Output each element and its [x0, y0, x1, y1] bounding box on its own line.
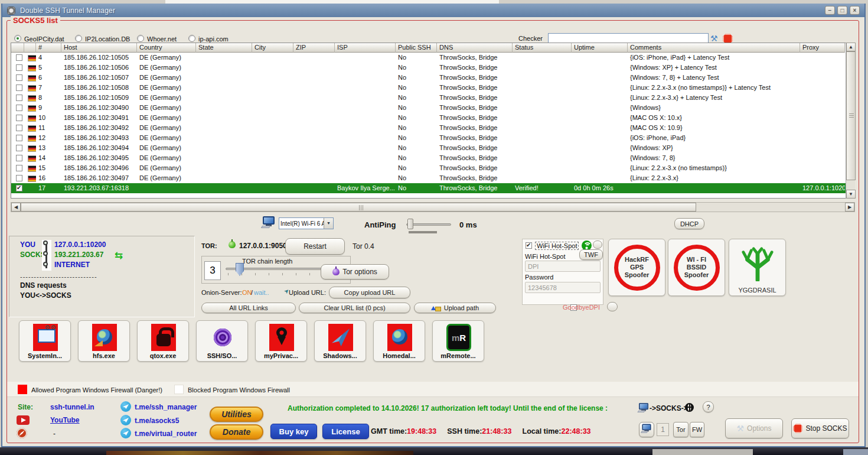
radio-whoer[interactable]	[137, 35, 144, 42]
table-row[interactable]: 12 185.186.26.102:30493 DE (Germany) No …	[11, 133, 854, 143]
radio-geoipcity[interactable]	[14, 35, 21, 42]
app-sshso[interactable]: SSH/SO...	[196, 320, 248, 362]
col-uptime[interactable]: Uptime	[572, 43, 628, 53]
table-row[interactable]: 9 185.186.26.102:30490 DE (Germany) No T…	[11, 103, 854, 113]
row-checkbox[interactable]	[16, 115, 22, 121]
antiping-slider-thumb[interactable]	[407, 219, 413, 229]
help-button[interactable]: ?	[703, 401, 714, 412]
wifi-ssid-input[interactable]	[525, 261, 601, 272]
col-host[interactable]: Host	[61, 43, 137, 53]
copy-upload-url-button[interactable]: Copy upload URL	[329, 287, 410, 298]
scroll-up-arrow[interactable]: ▲	[846, 43, 856, 51]
app-qtox[interactable]: qtox.exe	[137, 320, 189, 362]
wifi-hotspot-checkbox-label[interactable]: WiFi Hot-Spot	[535, 242, 579, 250]
telegram-icon[interactable]	[120, 401, 131, 412]
col-country[interactable]: Country	[137, 43, 196, 53]
table-row[interactable]: 6 185.186.26.102:10507 DE (Germany) No T…	[11, 73, 854, 83]
telegram-icon[interactable]	[120, 428, 131, 438]
dhcp-button[interactable]: DHCP	[674, 218, 704, 229]
app-systeminfo[interactable]: SystemIn...	[19, 320, 71, 362]
goodbyedpi-blank-button[interactable]	[607, 302, 618, 311]
col-zip[interactable]: ZIP	[293, 43, 335, 53]
table-row[interactable]: 4 185.186.26.102:10505 DE (Germany) No T…	[11, 53, 854, 63]
adapter-select[interactable]: Intel(R) Wi-Fi 6 A ▼	[279, 217, 334, 229]
license-button[interactable]: License	[322, 424, 369, 439]
vertical-scroll-thumb[interactable]	[846, 51, 856, 180]
scroll-left-arrow[interactable]: ◀	[11, 203, 21, 212]
wifi-blank-button[interactable]	[593, 240, 602, 249]
row-checkbox[interactable]	[16, 145, 22, 151]
close-button[interactable]: ×	[850, 6, 860, 15]
horizontal-scroll-thumb[interactable]	[21, 203, 696, 212]
tor-options-button[interactable]: Tor options	[321, 264, 389, 280]
radio-ip2location[interactable]	[75, 35, 82, 42]
tor-chain-input[interactable]	[204, 261, 221, 280]
wifi-password-input[interactable]	[525, 282, 601, 293]
app-mremote[interactable]: mR mRemote...	[432, 320, 484, 362]
row-checkbox[interactable]	[16, 54, 22, 61]
scroll-down-arrow[interactable]: ▼	[846, 190, 856, 199]
row-checkbox[interactable]	[16, 95, 22, 101]
table-row[interactable]: 16 185.186.26.102:30497 DE (Germany) No …	[11, 173, 854, 183]
row-checkbox[interactable]	[16, 175, 22, 181]
app-shadows[interactable]: Shadows...	[314, 320, 366, 362]
table-row[interactable]: 10 185.186.26.102:30491 DE (Germany) No …	[11, 113, 854, 123]
col-public-ssh[interactable]: Public SSH	[396, 43, 437, 53]
wifi-bssid-spoofer-button[interactable]: WI - FIBSSIDSpoofer	[668, 239, 725, 296]
col-dns[interactable]: DNS	[437, 43, 513, 53]
network-button[interactable]	[639, 422, 654, 437]
table-row[interactable]: 13 185.186.26.102:30494 DE (Germany) No …	[11, 143, 854, 153]
site-link[interactable]: ssh-tunnel.in	[50, 403, 94, 411]
yggdrasil-button[interactable]: YGGDRASIL	[729, 239, 786, 296]
table-row[interactable]: 7 185.186.26.102:10508 DE (Germany) No T…	[11, 83, 854, 93]
table-row[interactable]: 15 185.186.26.102:30496 DE (Germany) No …	[11, 163, 854, 173]
youtube-link[interactable]: YouTube	[50, 416, 80, 424]
table-row[interactable]: 8 185.186.26.102:10509 DE (Germany) No T…	[11, 93, 854, 103]
upload-path-button[interactable]: Upload path	[414, 303, 496, 313]
scroll-right-arrow[interactable]: ▶	[845, 203, 854, 212]
chevron-down-icon[interactable]: ▼	[324, 218, 333, 229]
table-row[interactable]: 5 185.186.26.102:10506 DE (Germany) No T…	[11, 63, 854, 73]
tor-toggle-button[interactable]: Tor	[673, 422, 688, 437]
app-hfs[interactable]: hfs.exe	[78, 320, 130, 362]
minimize-button[interactable]: −	[825, 6, 835, 15]
row-checkbox[interactable]	[16, 74, 22, 81]
telegram-link-2[interactable]: t.me/asocks5	[135, 417, 179, 425]
table-row[interactable]: 14 185.186.26.102:30495 DE (Germany) No …	[11, 153, 854, 163]
app-homedal[interactable]: Homedal...	[373, 320, 425, 362]
donate-button[interactable]: Donate	[210, 424, 263, 440]
wifi-hotspot-checkbox[interactable]	[526, 242, 532, 249]
table-row[interactable]: 17 193.221.203.67:16318 Baykov Ilya Serg…	[11, 183, 854, 193]
col-isp[interactable]: ISP	[335, 43, 396, 53]
telegram-link-1[interactable]: t.me/ssh_manager	[135, 403, 197, 411]
horizontal-scrollbar[interactable]: ◀ ▶	[11, 202, 855, 212]
col-proxy[interactable]: Proxy	[800, 43, 845, 53]
row-checkbox[interactable]	[16, 155, 22, 161]
stop-socks-button[interactable]: Stop SOCKS	[791, 418, 849, 438]
app-myprivac[interactable]: myPrivac...	[255, 320, 307, 362]
youtube-icon[interactable]	[17, 415, 30, 425]
vertical-scrollbar[interactable]: ▲ ▼	[846, 43, 855, 199]
row-checkbox[interactable]	[16, 185, 22, 191]
row-checkbox[interactable]	[16, 165, 22, 171]
col-state[interactable]: State	[196, 43, 252, 53]
col-comments[interactable]: Comments	[628, 43, 800, 53]
fw-toggle-button[interactable]: FW	[690, 422, 704, 437]
telegram-link-3[interactable]: t.me/virtual_router	[135, 430, 197, 438]
titlebar[interactable]: Double SSH Tunnel Manager − □ ×	[2, 4, 864, 17]
row-checkbox[interactable]	[16, 125, 22, 131]
hackrf-gps-spoofer-button[interactable]: HackRFGPSSpoofer	[608, 239, 665, 296]
all-url-links-button[interactable]: All URL Links	[201, 303, 296, 313]
options-button[interactable]: ⚒ Options	[725, 418, 783, 438]
tor-restart-button[interactable]: Restart	[285, 238, 345, 255]
row-checkbox[interactable]	[16, 105, 22, 111]
compass-icon[interactable]	[17, 428, 27, 438]
col-num[interactable]: #	[36, 43, 61, 53]
checker-tools-icon[interactable]: ⚒	[710, 34, 718, 43]
row-checkbox[interactable]	[16, 64, 22, 71]
telegram-icon[interactable]	[120, 415, 131, 425]
row-checkbox[interactable]	[16, 84, 22, 91]
buy-key-button[interactable]: Buy key	[270, 424, 317, 439]
col-city[interactable]: City	[252, 43, 293, 53]
clear-url-list-button[interactable]: Clear URL list (0 pcs)	[299, 303, 410, 313]
